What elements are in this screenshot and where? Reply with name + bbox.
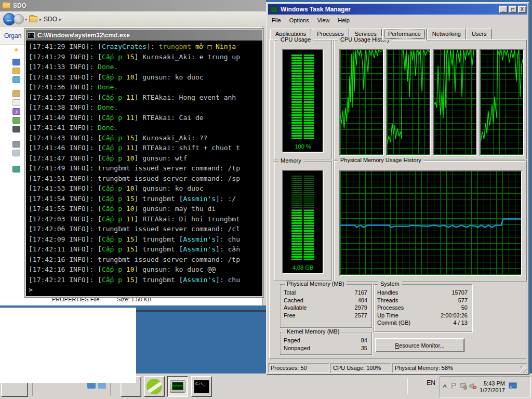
- console-line: [17:41:33 INFO]: [Cấp p 10] gunsun: ko d…: [29, 73, 262, 84]
- stat-row: Commit (GB)4 / 13: [377, 319, 468, 327]
- desktop-area: [136, 310, 266, 374]
- cpu-history-core3: [433, 49, 477, 156]
- console-line: [17:41:51 INFO]: trungbmt issued server …: [29, 175, 262, 185]
- menu-options[interactable]: Options: [286, 16, 313, 24]
- console-line: [17:41:55 INFO]: [Cấp p 10] gunsun: may …: [29, 205, 262, 215]
- green-app-icon: [147, 379, 162, 394]
- maximize-button[interactable]: □: [509, 6, 517, 13]
- explorer-titlebar[interactable]: SDO: [0, 0, 266, 11]
- volume-muted-icon[interactable]: [468, 382, 477, 391]
- downloads-icon[interactable]: [12, 68, 20, 74]
- tray-separator: [407, 378, 407, 394]
- cmd-titlebar[interactable]: C:\. C:\Windows\system32\cmd.exe: [26, 30, 262, 41]
- console-line: [17:41:54 INFO]: [Cấp p 15] trungbmt [As…: [29, 195, 262, 205]
- console-line: [17:41:29 INFO]: [CrazyCrates]: trungbmt…: [29, 43, 262, 53]
- task-manager-titlebar[interactable]: Windows Task Manager _ □ X: [268, 4, 527, 15]
- organize-menu[interactable]: Organ: [4, 32, 21, 39]
- cpu-history-core2: [386, 49, 431, 156]
- tray-separator: [438, 378, 438, 394]
- recent-places-icon[interactable]: [12, 76, 20, 83]
- cmd-title: C:\Windows\system32\cmd.exe: [37, 32, 130, 39]
- blank-white-window: [0, 308, 136, 383]
- action-center-flag-icon[interactable]: [449, 382, 459, 391]
- explorer-address-bar: ← → ▾ ▸ SDO ▸: [0, 11, 266, 27]
- console-line: [17:41:36 INFO]: Done.: [29, 83, 262, 94]
- task-manager-icon: [270, 6, 278, 13]
- console-line: [17:42:11 INFO]: [Cấp p 15] trungbmt [As…: [29, 245, 262, 256]
- resize-grip[interactable]: [520, 366, 527, 373]
- cpu-usage-group: CPU Usage 100 %: [274, 40, 332, 159]
- console-line: [17:42:16 INFO]: [Cấp p 10] gunsun: ko d…: [29, 265, 262, 276]
- stat-row: Threads577: [377, 297, 468, 304]
- network-icon[interactable]: [12, 166, 20, 172]
- menu-bar: FileOptionsViewHelp: [268, 15, 527, 25]
- console-line: [17:41:33 INFO]: Done.: [29, 63, 262, 73]
- kernel-memory-box: Kernel Memory (MB) Paged84Nonpaged35: [280, 332, 372, 355]
- status-cpu: CPU Usage: 100%: [330, 363, 391, 373]
- favorites-star-icon[interactable]: ★: [12, 47, 20, 54]
- forward-button[interactable]: →: [14, 14, 24, 24]
- cpu-history-group: CPU Usage History: [334, 40, 527, 159]
- memory-group: Memory 4.08 GB: [274, 161, 332, 281]
- task-manager-title: Windows Task Manager: [281, 6, 498, 13]
- desktop-icon[interactable]: [12, 59, 20, 65]
- console-line: [17:42:03 INFO]: [Cấp p 11] RTEAkai: Di …: [29, 215, 262, 225]
- task-manager-window: Windows Task Manager _ □ X FileOptionsVi…: [266, 2, 529, 375]
- console-line: [17:41:40 INFO]: [Cấp p 11] RTEAkai: Cai…: [29, 114, 262, 124]
- tray-date: 1/27/2017: [480, 387, 505, 394]
- taskbar-cmd[interactable]: C:\_: [191, 376, 212, 397]
- tab-users[interactable]: Users: [467, 29, 492, 39]
- console-line: [17:41:49 INFO]: trungbmt issued server …: [29, 164, 262, 175]
- resource-monitor-button[interactable]: Resource Monitor...: [375, 338, 464, 352]
- task-manager-taskbar-icon: [170, 380, 185, 393]
- breadcrumb-folder-icon: [29, 16, 37, 22]
- console-line: [17:42:21 INFO]: [Cấp p 15] trungbmt [As…: [29, 276, 262, 286]
- console-line: [17:41:47 INFO]: [Cấp p 10] gunsun: wtf: [29, 154, 262, 165]
- console-line: >: [29, 286, 262, 296]
- explorer-sidebar: ★♪: [0, 45, 25, 294]
- local-disk-icon[interactable]: [12, 150, 20, 156]
- computer-icon[interactable]: [12, 141, 20, 148]
- console-output[interactable]: [17:41:29 INFO]: [CrazyCrates]: trungbmt…: [26, 41, 262, 296]
- menu-view[interactable]: View: [314, 16, 334, 24]
- stat-row: Cached404: [284, 297, 367, 304]
- documents-icon[interactable]: [12, 99, 20, 106]
- desktop-tray-icon[interactable]: [508, 382, 517, 391]
- show-hidden-icons-chevron[interactable]: ^: [440, 383, 449, 391]
- tab-networking[interactable]: Networking: [427, 29, 466, 39]
- cpu-usage-gauge: 100 %: [282, 49, 324, 153]
- pictures-icon[interactable]: [12, 117, 20, 124]
- stat-row: Nonpaged35: [284, 344, 367, 352]
- tab-performance[interactable]: Performance: [382, 28, 427, 41]
- nav-history-chevron-icon[interactable]: ▾: [25, 17, 27, 22]
- console-line: [17:41:38 INFO]: Done.: [29, 103, 262, 114]
- taskbar-task-manager[interactable]: [167, 376, 188, 397]
- libraries-icon[interactable]: [12, 90, 20, 97]
- status-memory: Physical Memory: 58%: [392, 363, 527, 373]
- breadcrumb[interactable]: ▸ SDO ▸: [29, 16, 61, 23]
- system-tray: ^ 5:43 PM 1/27/2017: [440, 376, 531, 397]
- folder-icon: [2, 3, 10, 9]
- physical-memory-box: Physical Memory (MB) Total7167Cached404A…: [280, 284, 372, 328]
- music-icon[interactable]: ♪: [12, 108, 20, 115]
- explorer-title: SDO: [13, 2, 26, 9]
- stat-row: Paged84: [284, 337, 367, 344]
- taskbar-app-green[interactable]: [144, 376, 165, 397]
- console-line: [17:41:41 INFO]: Done.: [29, 124, 262, 134]
- console-line: [17:42:06 INFO]: trungbmt issued server …: [29, 225, 262, 235]
- tray-clock[interactable]: 5:43 PM 1/27/2017: [480, 380, 505, 394]
- language-indicator[interactable]: EN: [427, 379, 435, 387]
- cmd-taskbar-icon: C:\_: [194, 380, 209, 393]
- videos-icon[interactable]: [12, 126, 20, 132]
- close-button[interactable]: X: [518, 6, 526, 13]
- cpu-history-core1: [339, 49, 384, 156]
- breadcrumb-item[interactable]: SDO: [44, 16, 57, 23]
- menu-help[interactable]: Help: [334, 16, 353, 24]
- stat-row: Processes50: [377, 304, 468, 312]
- console-line: [17:41:37 INFO]: [Cấp p 11] RTEAkai: Hon…: [29, 94, 262, 104]
- minimize-button[interactable]: _: [499, 6, 508, 13]
- memory-history-graph: [339, 170, 522, 276]
- cpu-history-core4: [480, 49, 524, 156]
- network-icon[interactable]: [459, 382, 468, 391]
- menu-file[interactable]: File: [268, 16, 285, 24]
